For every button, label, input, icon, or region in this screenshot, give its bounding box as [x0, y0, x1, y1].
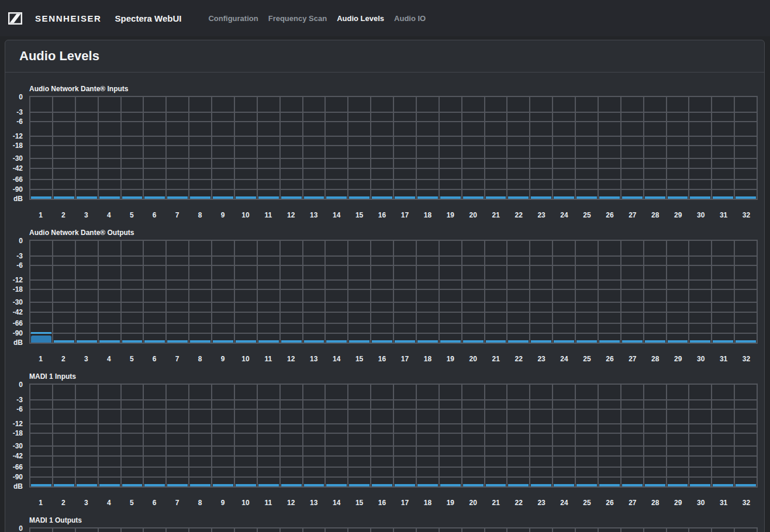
channel-label-6: 6: [143, 355, 166, 363]
top-navbar: SENNHEISER Spectera WebUI ConfigurationF…: [0, 0, 770, 36]
channel-label-10: 10: [234, 211, 257, 219]
meter-floor-level: [213, 340, 233, 343]
y-tick-db: dB: [13, 338, 23, 347]
channel-label-2: 2: [52, 211, 75, 219]
channel-labels: 1234567891011121314151617181920212223242…: [29, 200, 758, 219]
channel-label-29: 29: [667, 499, 689, 507]
meter-channel-16: [371, 528, 394, 532]
meter-channel-5: [122, 528, 144, 532]
meter-floor-level: [417, 484, 438, 486]
meter-floor-level: [304, 484, 324, 486]
channel-label-11: 11: [257, 355, 279, 363]
meter-floor-level: [622, 340, 643, 343]
channel-label-9: 9: [212, 355, 234, 363]
meter-floor-level: [349, 484, 370, 486]
channel-label-29: 29: [667, 211, 689, 219]
channel-label-25: 25: [576, 355, 599, 363]
channel-label-15: 15: [348, 211, 371, 219]
meter-floor-level: [713, 484, 733, 486]
channel-label-9: 9: [212, 499, 234, 507]
channel-label-3: 3: [75, 355, 98, 363]
channel-label-12: 12: [279, 355, 302, 363]
meter-floor-level: [690, 340, 710, 343]
grid-hline: [30, 323, 757, 324]
channel-label-1: 1: [29, 211, 52, 219]
channel-label-4: 4: [98, 211, 120, 219]
meter-chart-audio-network-dante-outputs: Audio Network Dante® Outputs0-3-6-12-18-…: [29, 229, 758, 363]
meter-channel-12: [281, 528, 303, 532]
channel-label-5: 5: [120, 355, 143, 363]
meter-channel-18: [417, 528, 440, 532]
channel-label-4: 4: [98, 355, 120, 363]
channel-label-18: 18: [416, 499, 439, 507]
meter-floor-level: [440, 196, 461, 199]
meter-floor-level: [304, 196, 324, 199]
meter-floor-level: [54, 340, 74, 343]
channel-label-10: 10: [234, 499, 257, 507]
y-tick-6: -6: [16, 261, 23, 270]
channel-label-9: 9: [212, 211, 234, 219]
channel-label-13: 13: [302, 211, 325, 219]
meter-floor-level: [144, 196, 165, 199]
meter-floor-level: [190, 196, 210, 199]
nav-tab-configuration[interactable]: Configuration: [208, 14, 258, 23]
meter-floor-level: [304, 340, 324, 343]
meter-channel-7: [167, 528, 189, 532]
meter-channel-24: [553, 528, 576, 532]
meter-floor-level: [281, 196, 302, 199]
channel-label-7: 7: [166, 355, 189, 363]
grid-hline: [30, 433, 757, 434]
channel-label-20: 20: [462, 355, 485, 363]
channel-label-12: 12: [279, 211, 302, 219]
meter-floor-level: [486, 340, 506, 343]
meter-floor-level: [372, 484, 392, 486]
meter-channel-23: [530, 528, 553, 532]
sennheiser-logo-icon[interactable]: [8, 12, 22, 25]
plot-row: 0-3-6-12-18-30-42-66-90dB: [29, 384, 758, 488]
nav-tab-audio-io[interactable]: Audio IO: [394, 14, 426, 23]
channel-label-2: 2: [52, 499, 75, 507]
grid-hline: [30, 121, 757, 122]
y-tick-3: -3: [16, 252, 23, 260]
channel-label-13: 13: [302, 499, 325, 507]
channel-label-8: 8: [189, 499, 212, 507]
grid-hline: [30, 455, 757, 457]
meter-floor-level: [167, 196, 188, 199]
meter-floor-level: [144, 484, 165, 486]
y-tick-18: -18: [13, 429, 23, 437]
meter-floor-level: [190, 340, 210, 343]
nav-tab-audio-levels[interactable]: Audio Levels: [337, 14, 384, 23]
meter-floor-level: [599, 484, 620, 486]
channel-label-18: 18: [416, 355, 439, 363]
main-nav: ConfigurationFrequency ScanAudio LevelsA…: [208, 14, 426, 23]
chart-title: MADI 1 Outputs: [29, 517, 758, 524]
grid-hline: [30, 467, 757, 468]
meter-floor-level: [99, 340, 120, 343]
channel-label-5: 5: [120, 499, 143, 507]
y-tick-66: -66: [13, 175, 23, 184]
meter-floor-level: [668, 196, 688, 199]
meter-floor-level: [258, 484, 279, 486]
meter-floor-level: [576, 196, 597, 199]
grid-hline: [30, 423, 757, 424]
meter-floor-level: [576, 340, 597, 343]
meter-floor-level: [599, 340, 620, 343]
meter-floor-level: [736, 196, 756, 199]
nav-tab-frequency-scan[interactable]: Frequency Scan: [268, 14, 327, 23]
meter-floor-level: [668, 484, 688, 486]
meter-floor-level: [463, 196, 484, 199]
y-axis: 0-3-6-12-18-30-42-66-90dB: [5, 96, 23, 200]
channel-label-16: 16: [371, 355, 393, 363]
channel-label-26: 26: [598, 499, 621, 507]
channel-label-31: 31: [712, 211, 735, 219]
meter-floor-level: [236, 484, 256, 486]
app-title: Spectera WebUI: [115, 13, 182, 23]
y-tick-0: 0: [19, 93, 23, 101]
grid-hline: [30, 265, 757, 266]
channel-label-19: 19: [439, 355, 462, 363]
meter-chart-madi-1-outputs: MADI 1 Outputs0-3-6-12-18-30-42-66-90dB1…: [29, 517, 758, 532]
meter-floor-level: [326, 484, 347, 486]
channel-label-23: 23: [530, 211, 553, 219]
meter-floor-level: [417, 196, 438, 199]
channel-label-6: 6: [143, 499, 166, 507]
